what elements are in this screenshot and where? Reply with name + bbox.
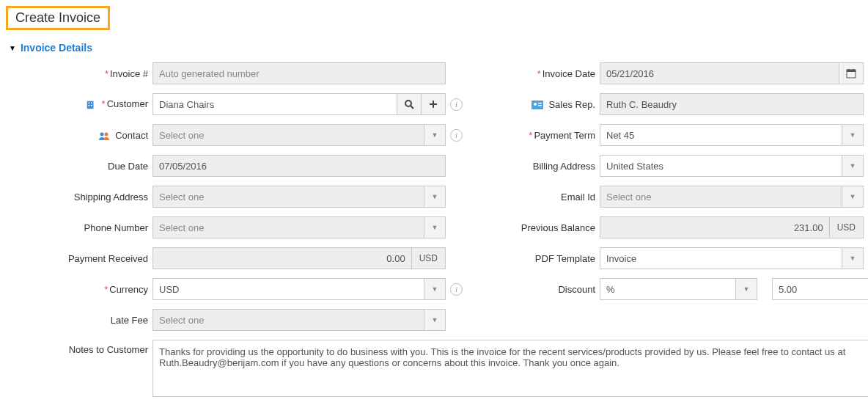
contact-select[interactable] bbox=[152, 124, 424, 146]
chevron-down-icon: ▼ bbox=[850, 162, 856, 169]
currency-select[interactable] bbox=[152, 278, 424, 300]
invoice-date-input[interactable] bbox=[600, 62, 839, 84]
customer-label: *Customer bbox=[6, 98, 152, 110]
svg-rect-5 bbox=[88, 102, 89, 103]
payment-term-label: *Payment Term bbox=[475, 130, 600, 141]
info-icon[interactable]: i bbox=[450, 98, 463, 111]
svg-point-14 bbox=[534, 103, 537, 106]
payment-received-input bbox=[152, 247, 412, 269]
calendar-icon bbox=[846, 68, 856, 79]
chevron-down-icon: ▼ bbox=[432, 285, 438, 293]
svg-rect-7 bbox=[88, 105, 89, 106]
plus-icon bbox=[429, 100, 438, 109]
chevron-down-icon: ▼ bbox=[432, 224, 438, 231]
invoice-details-header[interactable]: ▼ Invoice Details bbox=[9, 42, 862, 54]
svg-rect-16 bbox=[538, 105, 542, 106]
payment-received-label: Payment Received bbox=[6, 253, 152, 264]
pdf-template-dropdown-button[interactable]: ▼ bbox=[842, 247, 864, 269]
chevron-down-icon: ▼ bbox=[850, 255, 856, 262]
billing-address-dropdown-button[interactable]: ▼ bbox=[842, 155, 864, 177]
late-fee-label: Late Fee bbox=[6, 315, 152, 326]
contact-dropdown-button[interactable]: ▼ bbox=[424, 124, 446, 146]
id-card-icon bbox=[532, 101, 543, 109]
shipping-address-dropdown-button[interactable]: ▼ bbox=[424, 186, 446, 208]
due-date-input bbox=[152, 155, 446, 177]
pdf-template-select[interactable] bbox=[600, 247, 842, 269]
payment-received-unit: USD bbox=[411, 247, 446, 269]
section-title: Invoice Details bbox=[21, 42, 92, 54]
discount-type-select[interactable] bbox=[600, 278, 736, 300]
chevron-down-icon: ▼ bbox=[432, 316, 438, 324]
phone-number-dropdown-button[interactable]: ▼ bbox=[424, 216, 446, 238]
info-icon[interactable]: i bbox=[450, 129, 463, 142]
due-date-label: Due Date bbox=[6, 161, 152, 172]
email-id-select[interactable] bbox=[600, 186, 842, 208]
currency-label: *Currency bbox=[6, 284, 152, 295]
pdf-template-label: PDF Template bbox=[475, 253, 600, 264]
payment-term-dropdown-button[interactable]: ▼ bbox=[842, 124, 864, 146]
svg-rect-1 bbox=[847, 70, 856, 72]
calendar-button[interactable] bbox=[839, 62, 864, 84]
notes-label: Notes to Customer bbox=[6, 340, 152, 397]
phone-number-select[interactable] bbox=[152, 216, 424, 238]
svg-rect-15 bbox=[538, 103, 542, 104]
sales-rep-input bbox=[600, 93, 864, 115]
svg-point-17 bbox=[100, 133, 103, 136]
previous-balance-input bbox=[600, 216, 830, 238]
shipping-address-label: Shipping Address bbox=[6, 191, 152, 202]
late-fee-dropdown-button[interactable]: ▼ bbox=[424, 309, 446, 331]
invoice-no-input bbox=[152, 62, 446, 84]
svg-rect-8 bbox=[91, 105, 92, 106]
contact-label: Contact bbox=[6, 130, 152, 141]
svg-rect-6 bbox=[91, 102, 92, 103]
search-icon bbox=[404, 99, 414, 109]
svg-point-18 bbox=[104, 133, 108, 136]
chevron-down-icon: ▼ bbox=[9, 44, 16, 52]
invoice-date-label: *Invoice Date bbox=[475, 68, 600, 79]
payment-term-select[interactable] bbox=[600, 124, 842, 146]
billing-address-label: Billing Address bbox=[475, 161, 600, 172]
sales-rep-label: Sales Rep. bbox=[475, 99, 600, 110]
discount-value-input[interactable] bbox=[772, 278, 868, 300]
customer-input[interactable] bbox=[152, 93, 397, 115]
people-icon bbox=[98, 131, 110, 140]
page-title: Create Invoice bbox=[6, 6, 110, 30]
email-id-dropdown-button[interactable]: ▼ bbox=[842, 186, 864, 208]
phone-number-label: Phone Number bbox=[6, 222, 152, 233]
customer-add-button[interactable] bbox=[421, 93, 446, 115]
svg-point-9 bbox=[405, 101, 411, 106]
late-fee-select[interactable] bbox=[152, 309, 424, 331]
info-icon[interactable]: i bbox=[450, 283, 463, 296]
previous-balance-unit: USD bbox=[829, 216, 864, 238]
shipping-address-select[interactable] bbox=[152, 186, 424, 208]
previous-balance-label: Previous Balance bbox=[475, 222, 600, 233]
discount-label: Discount bbox=[475, 284, 600, 295]
building-icon bbox=[86, 100, 96, 110]
chevron-down-icon: ▼ bbox=[850, 131, 856, 139]
email-id-label: Email Id bbox=[475, 191, 600, 202]
discount-type-dropdown-button[interactable]: ▼ bbox=[735, 278, 757, 300]
svg-line-10 bbox=[411, 106, 413, 109]
chevron-down-icon: ▼ bbox=[850, 193, 856, 200]
billing-address-select[interactable] bbox=[600, 155, 842, 177]
chevron-down-icon: ▼ bbox=[432, 131, 438, 139]
invoice-no-label: *Invoice # bbox=[6, 68, 152, 79]
notes-textarea[interactable] bbox=[152, 340, 868, 397]
chevron-down-icon: ▼ bbox=[432, 193, 438, 200]
svg-rect-4 bbox=[87, 101, 94, 109]
customer-search-button[interactable] bbox=[397, 93, 422, 115]
chevron-down-icon: ▼ bbox=[743, 285, 750, 293]
currency-dropdown-button[interactable]: ▼ bbox=[424, 278, 446, 300]
